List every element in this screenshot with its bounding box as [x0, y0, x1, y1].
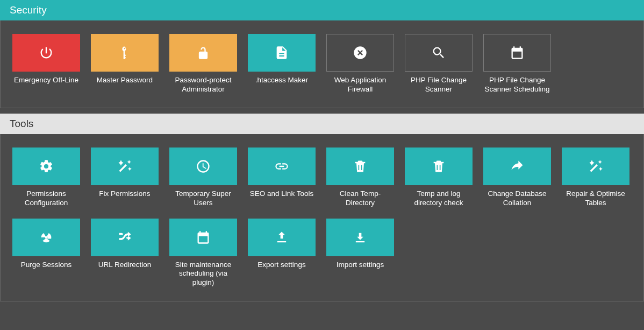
url-redirection-tile[interactable]: URL Redirection — [91, 219, 159, 288]
change-database-collation-tile[interactable]: Change Database Collation — [483, 148, 551, 208]
tile-label: URL Redirection — [98, 261, 152, 270]
repair-optimise-tables-tile[interactable]: Repair & Optimise Tables — [562, 148, 629, 208]
tile-label: Change Database Collation — [483, 189, 551, 208]
temporary-super-users-tile[interactable]: Temporary Super Users — [169, 148, 237, 208]
share-icon — [483, 148, 551, 185]
circle-x-icon — [326, 34, 394, 72]
emergency-off-line-tile[interactable]: Emergency Off-Line — [12, 34, 80, 94]
htaccess-maker-tile[interactable]: .htaccess Maker — [248, 34, 316, 94]
export-settings-tile[interactable]: Export settings — [248, 219, 316, 288]
import-icon — [326, 219, 394, 256]
tile-label: Purge Sessions — [21, 261, 72, 270]
tile-label: Export settings — [257, 261, 305, 270]
tile-label: PHP File Change Scanner Scheduling — [483, 76, 551, 94]
seo-and-link-tools-tile[interactable]: SEO and Link Tools — [248, 148, 316, 208]
calendar-icon — [169, 219, 237, 256]
tile-label: Repair & Optimise Tables — [562, 189, 629, 208]
gear-icon — [12, 148, 80, 185]
tile-label: Permissions Configuration — [12, 189, 80, 208]
tile-label: Password-protect Administrator — [169, 76, 237, 94]
key-icon — [91, 34, 159, 72]
tile-label: SEO and Link Tools — [250, 189, 313, 199]
tile-label: Import settings — [337, 261, 384, 270]
link-icon — [248, 148, 316, 185]
tile-label: Clean Temp-Directory — [326, 189, 394, 208]
tile-label: Emergency Off-Line — [14, 76, 78, 85]
calendar-icon — [483, 34, 551, 72]
tools-panel-title: Tools — [10, 118, 33, 129]
radiation-icon — [12, 219, 80, 256]
import-settings-tile[interactable]: Import settings — [326, 219, 394, 288]
php-file-change-scanner-scheduling-tile[interactable]: PHP File Change Scanner Scheduling — [483, 34, 551, 94]
tile-label: Temporary Super Users — [169, 189, 237, 208]
tools-panel-header: Tools — [0, 114, 644, 134]
security-panel-title: Security — [10, 4, 47, 16]
export-icon — [248, 219, 316, 256]
security-panel: Security Emergency Off-LineMaster Passwo… — [0, 0, 644, 108]
tools-grid: Permissions ConfigurationFix Permissions… — [12, 148, 632, 287]
password-protect-administrator-tile[interactable]: Password-protect Administrator — [169, 34, 237, 94]
security-grid: Emergency Off-LineMaster PasswordPasswor… — [12, 34, 632, 94]
security-panel-body: Emergency Off-LineMaster PasswordPasswor… — [0, 20, 644, 108]
permissions-configuration-tile[interactable]: Permissions Configuration — [12, 148, 80, 208]
purge-sessions-tile[interactable]: Purge Sessions — [12, 219, 80, 288]
tile-label: Web Application Firewall — [326, 76, 394, 94]
tools-panel-body: Permissions ConfigurationFix Permissions… — [0, 134, 644, 301]
clock-icon — [169, 148, 237, 185]
wand-icon — [91, 148, 159, 185]
tile-label: Master Password — [97, 76, 153, 85]
tile-label: Site maintenance scheduling (via plugin) — [169, 261, 237, 288]
tile-label: Fix Permissions — [99, 189, 150, 199]
temp-and-log-directory-check-tile[interactable]: Temp and log directory check — [405, 148, 473, 208]
tile-label: Temp and log directory check — [405, 189, 473, 208]
trash-icon — [405, 148, 473, 185]
clean-temp-directory-tile[interactable]: Clean Temp-Directory — [326, 148, 394, 208]
shuffle-icon — [91, 219, 159, 256]
site-maintenance-scheduling-via-plugin-tile[interactable]: Site maintenance scheduling (via plugin) — [169, 219, 237, 288]
file-icon — [248, 34, 316, 72]
web-application-firewall-tile[interactable]: Web Application Firewall — [326, 34, 394, 94]
power-icon — [12, 34, 80, 72]
tile-label: PHP File Change Scanner — [405, 76, 473, 94]
master-password-tile[interactable]: Master Password — [91, 34, 159, 94]
tools-panel: Tools Permissions ConfigurationFix Permi… — [0, 114, 644, 301]
wand-icon — [562, 148, 629, 185]
php-file-change-scanner-tile[interactable]: PHP File Change Scanner — [405, 34, 473, 94]
search-icon — [405, 34, 473, 72]
tile-label: .htaccess Maker — [255, 76, 308, 85]
unlock-icon — [169, 34, 237, 72]
trash-icon — [326, 148, 394, 185]
fix-permissions-tile[interactable]: Fix Permissions — [91, 148, 159, 208]
security-panel-header: Security — [0, 0, 644, 20]
